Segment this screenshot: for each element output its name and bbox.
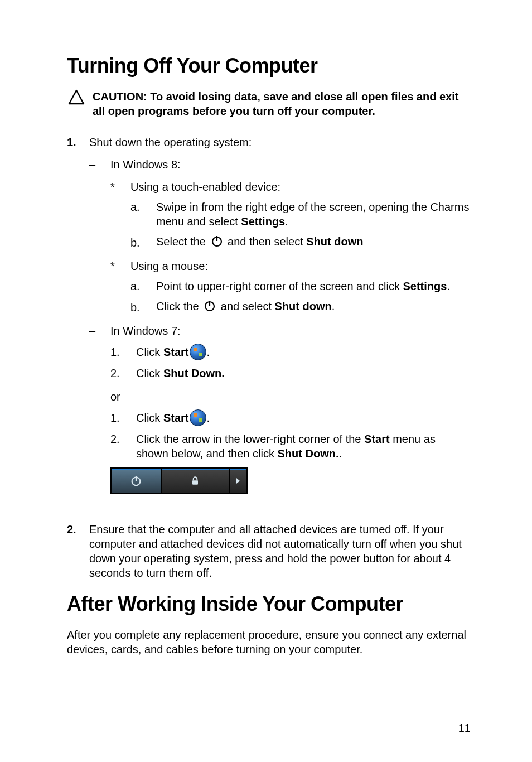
win8-touch-b-marker: b. [130,235,156,250]
win8-touch-label: Using a touch-enabled device: [130,180,471,194]
shutdown-arrow-segment [230,469,246,493]
win8-label: In Windows 8: [110,157,471,172]
dash-marker: – [89,324,110,511]
win8-touch-a-text: Swipe in from the right edge of the scre… [156,200,471,229]
win7-first-2-text: Click Shut Down. [136,366,471,380]
after-working-paragraph: After you complete any replacement proce… [67,628,471,657]
shutdown-power-segment [112,469,162,493]
power-icon [203,299,216,316]
shutdown-lock-segment [162,469,230,493]
win8-touch-a-marker: a. [130,200,156,229]
step-2-marker: 2. [67,522,89,580]
power-icon [210,234,224,251]
win7-first-2-marker: 2. [110,366,136,380]
star-marker: * [110,259,130,316]
caution-icon [67,89,86,105]
win8-mouse-a-text: Point to upper-right corner of the scree… [156,279,471,293]
win7-label: In Windows 7: [110,324,471,338]
win7-second-1-text: Click Start. [136,409,471,426]
or-text: or [110,389,471,404]
win8-mouse-label: Using a mouse: [130,259,471,273]
step-1-text: Shut down the operating system: [89,135,471,149]
step-1-marker: 1. [67,135,89,511]
win8-mouse-a-marker: a. [130,279,156,293]
caution-text: CAUTION: To avoid losing data, save and … [93,89,471,118]
win8-mouse-b-marker: b. [130,300,156,315]
win7-first-1-text: Click Start. [136,344,471,360]
win7-second-2-marker: 2. [110,432,136,461]
step-2-text: Ensure that the computer and all attache… [89,522,471,580]
win7-second-2-text: Click the arrow in the lower-right corne… [136,432,471,461]
heading-turning-off: Turning Off Your Computer [67,53,471,79]
page-number: 11 [458,721,471,735]
star-marker: * [110,180,130,251]
dash-marker: – [89,157,110,316]
svg-rect-6 [192,480,198,485]
windows-start-orb-icon [190,409,206,426]
windows-start-orb-icon [190,344,206,360]
heading-after-working: After Working Inside Your Computer [67,591,471,618]
win7-first-1-marker: 1. [110,345,136,359]
shutdown-menu-image [110,467,471,494]
caution-note: CAUTION: To avoid losing data, save and … [67,89,471,118]
win7-second-1-marker: 1. [110,411,136,425]
win8-touch-b-text: Select the and then select Shut down [156,234,471,251]
win8-mouse-b-text: Click the and select Shut down. [156,299,471,316]
